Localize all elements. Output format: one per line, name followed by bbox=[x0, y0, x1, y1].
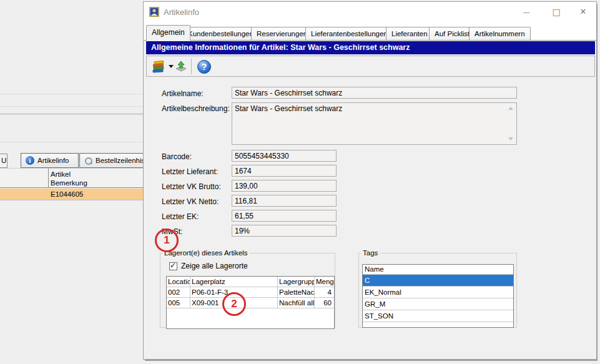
location-cell: 005 bbox=[167, 298, 190, 308]
tag-item-selected[interactable]: C bbox=[363, 275, 513, 287]
zeige-alle-lagerorte-label: Zeige alle Lagerorte bbox=[181, 262, 248, 270]
lagergruppe-cell: Nachfüll allg bbox=[278, 298, 315, 308]
divider bbox=[0, 114, 143, 114]
help-button[interactable] bbox=[197, 58, 211, 75]
artikelname-field[interactable] bbox=[232, 87, 517, 99]
zeige-alle-lagerorte-checkbox[interactable] bbox=[169, 262, 177, 270]
mwst-field[interactable] bbox=[232, 225, 337, 237]
lagerort-row[interactable]: 002 P06-01-F-3 PaletteNach 4 bbox=[167, 287, 334, 298]
chevron-down-icon bbox=[169, 65, 174, 68]
close-icon[interactable] bbox=[574, 3, 593, 21]
lagerort-group-title: Lagerort(e) dieses Artikels bbox=[162, 249, 250, 257]
artikelinfo-dialog: Artikelinfo Allgemein Kundenbestellungen… bbox=[143, 1, 597, 360]
letzter-lieferant-label: Letzter Lieferant: bbox=[162, 167, 218, 176]
person-icon bbox=[149, 7, 159, 17]
minimize-icon[interactable] bbox=[517, 3, 536, 21]
tab-lieferanten[interactable]: Lieferanten bbox=[386, 27, 433, 40]
tag-item[interactable]: EK_Normal bbox=[363, 287, 513, 298]
column-header-bemerkung: Bemerkung bbox=[51, 179, 87, 187]
tab-baseline bbox=[144, 40, 596, 41]
annotation-circle-2: 2 bbox=[222, 292, 246, 316]
lagerort-row[interactable]: 005 X09-001 Nachfüll allg 60 bbox=[167, 298, 334, 308]
tab-artikelnummern[interactable]: Artikelnummern bbox=[469, 27, 531, 40]
banner-title: Allgemeine Informationen für Artikel: St… bbox=[146, 41, 595, 54]
letzter-vk-brutto-label: Letzter VK Brutto: bbox=[162, 182, 221, 191]
maximize-icon[interactable] bbox=[547, 3, 566, 21]
export-icon bbox=[174, 60, 188, 74]
divider bbox=[0, 94, 143, 94]
divider bbox=[0, 142, 143, 142]
column-menge: Menge bbox=[315, 277, 334, 287]
artikelbeschreibung-text: Star Wars - Geschirrset schwarz bbox=[235, 104, 342, 113]
letzter-ek-field[interactable] bbox=[232, 210, 337, 222]
truncated-button[interactable]: U bbox=[0, 154, 7, 168]
lagergruppe-cell: PaletteNach bbox=[278, 287, 315, 298]
tab-kundenbestellungen[interactable]: Kundenbestellungen bbox=[182, 27, 259, 40]
lagerort-table-header: Location Lagerplatz Lagergruppe Menge bbox=[167, 277, 334, 287]
artikelinfo-button[interactable]: Artikelinfo bbox=[21, 153, 79, 168]
tag-item[interactable]: ST_SON bbox=[363, 310, 513, 322]
bestellzeilenhistorie-button[interactable]: Bestellzeilenhistor bbox=[79, 153, 144, 168]
artikel-cell-value: E1044605 bbox=[51, 189, 83, 200]
lagerort-groupbox: Lagerort(e) dieses Artikels Zeige alle L… bbox=[160, 249, 335, 328]
tags-groupbox: Tags Name C EK_Normal GR_M ST_SON bbox=[358, 249, 517, 328]
help-icon bbox=[197, 60, 211, 74]
bestellzeilenhistorie-button-label: Bestellzeilenhistor bbox=[96, 157, 144, 164]
dialog-titlebar[interactable]: Artikelinfo bbox=[144, 2, 596, 23]
column-header-artikel: Artikel bbox=[51, 170, 87, 179]
scroll-down-icon[interactable] bbox=[508, 137, 513, 140]
toolbar bbox=[146, 56, 595, 77]
export-button[interactable] bbox=[174, 58, 188, 75]
letzter-vk-netto-field[interactable] bbox=[232, 195, 337, 207]
lagerort-table: Location Lagerplatz Lagergruppe Menge 00… bbox=[166, 276, 335, 329]
dialog-title: Artikelinfo bbox=[164, 7, 199, 17]
tags-list: Name C EK_Normal GR_M ST_SON bbox=[362, 264, 514, 328]
highlighted-table-row[interactable]: E1044605 bbox=[0, 189, 143, 200]
tags-group-title: Tags bbox=[361, 249, 380, 257]
letzter-vk-brutto-field[interactable] bbox=[232, 180, 337, 192]
tab-lieferantenbestellungen[interactable]: Lieferantenbestellungen bbox=[305, 27, 393, 40]
background-table-header: Artikel Bemerkung bbox=[0, 168, 143, 188]
artikelinfo-button-label: Artikelinfo bbox=[37, 157, 69, 164]
letzter-vk-netto-label: Letzter VK Netto: bbox=[162, 197, 219, 206]
print-reports-button[interactable] bbox=[152, 58, 174, 75]
barcode-label: Barcode: bbox=[162, 152, 192, 161]
menge-cell: 4 bbox=[315, 287, 334, 298]
menge-cell: 60 bbox=[315, 298, 334, 308]
column-lagergruppe: Lagergruppe bbox=[278, 277, 315, 287]
info-icon bbox=[26, 156, 34, 165]
toolbar-separator bbox=[191, 59, 192, 74]
artikelname-label: Artikelname: bbox=[162, 89, 204, 98]
scroll-up-icon[interactable] bbox=[508, 107, 513, 110]
tags-column-header: Name bbox=[363, 265, 513, 275]
history-icon bbox=[84, 157, 92, 165]
artikelbeschreibung-label: Artikelbeschreibung: bbox=[162, 104, 230, 113]
tab-allgemein[interactable]: Allgemein bbox=[146, 25, 190, 41]
column-divider bbox=[48, 169, 49, 188]
letzter-ek-label: Letzter EK: bbox=[162, 212, 199, 221]
divider bbox=[0, 106, 143, 107]
annotation-circle-1: 1 bbox=[155, 229, 179, 252]
letzter-lieferant-field[interactable] bbox=[232, 165, 337, 177]
tab-reservierungen[interactable]: Reservierungen bbox=[251, 27, 313, 40]
column-lagerplatz: Lagerplatz bbox=[190, 277, 278, 287]
artikelbeschreibung-field[interactable]: Star Wars - Geschirrset schwarz bbox=[232, 102, 517, 145]
divider bbox=[0, 115, 143, 116]
books-icon bbox=[152, 60, 165, 74]
barcode-field[interactable] bbox=[232, 150, 337, 162]
column-location: Location bbox=[167, 277, 190, 287]
tag-item[interactable]: GR_M bbox=[363, 298, 513, 310]
location-cell: 002 bbox=[167, 287, 190, 298]
